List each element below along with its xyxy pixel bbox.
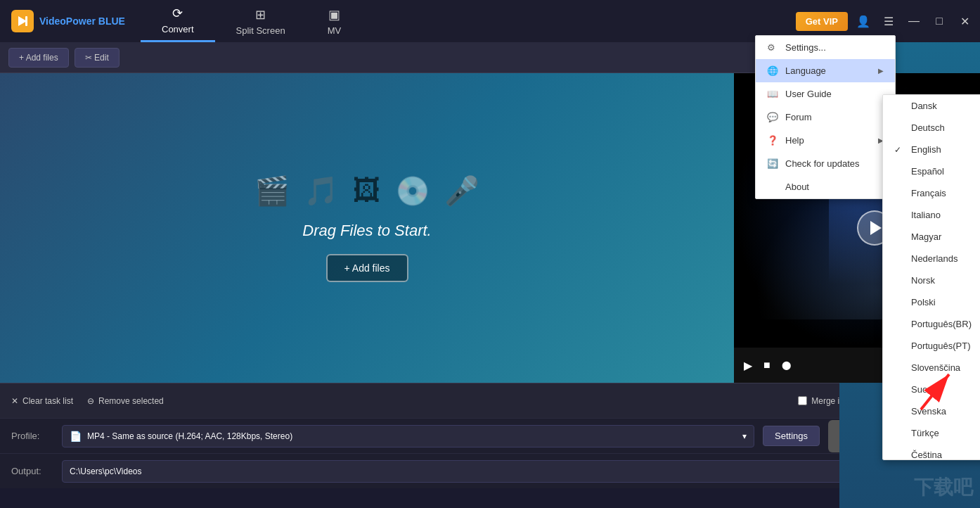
hamburger-menu-button[interactable]: ☰	[879, 11, 898, 31]
titlebar-controls: Get VIP 👤 ☰ — □ ✕	[796, 11, 980, 31]
light-effect	[829, 73, 885, 284]
output-path-display[interactable]: C:\Users\pc\Videos 📁	[62, 460, 914, 483]
profile-format-icon: 📄	[70, 431, 82, 442]
mv-tab-label: MV	[328, 25, 342, 36]
profile-value-container: 📄 MP4 - Same as source (H.264; AAC, 128K…	[70, 431, 292, 442]
output-path-value: C:\Users\pc\Videos	[70, 466, 142, 476]
maximize-button[interactable]: □	[929, 11, 949, 31]
profile-settings-button[interactable]: Settings	[763, 426, 820, 446]
profile-value: MP4 - Same as source (H.264; AAC, 128Kbp…	[87, 431, 292, 441]
output-label: Output:	[11, 466, 53, 476]
image-icon: 🖼	[353, 174, 381, 208]
output-bar: Output: C:\Users\pc\Videos 📁 Open	[0, 453, 980, 488]
convert-tab-icon: ⟳	[172, 6, 183, 21]
add-files-button[interactable]: + Add files	[8, 48, 69, 68]
remove-icon: ⊖	[87, 396, 94, 406]
task-bar: ✕ Clear task list ⊖ Remove selected Merg…	[0, 383, 980, 418]
drop-zone[interactable]: 🎬 🎵 🖼 💿 🎤 Drag Files to Start. + Add fil…	[0, 73, 734, 383]
mic-icon: 🎤	[444, 174, 479, 208]
app-logo: VideoPower BLUE	[0, 10, 141, 32]
add-files-dropzone-button[interactable]: + Add files	[326, 254, 408, 282]
film-icon: 🎬	[254, 174, 290, 208]
tab-mv[interactable]: ▣ MV	[307, 0, 363, 42]
video-canvas	[734, 73, 980, 348]
tab-convert[interactable]: ⟳ Convert	[141, 0, 215, 42]
splitscreen-tab-label: Split Screen	[236, 25, 285, 36]
app-name: VideoPower BLUE	[39, 15, 125, 27]
clear-icon: ✕	[11, 396, 18, 406]
minimize-button[interactable]: —	[904, 11, 924, 31]
video-preview: ▶ ■ ⬤ 00:00:00 / 00:00:00 🔊	[734, 73, 980, 383]
video-controls: ▶ ■ ⬤ 00:00:00 / 00:00:00 🔊	[734, 348, 980, 383]
user-icon-button[interactable]: 👤	[853, 11, 873, 31]
drop-zone-content: 🎬 🎵 🖼 💿 🎤 Drag Files to Start. + Add fil…	[254, 174, 479, 282]
convert-tab-label: Convert	[162, 24, 194, 34]
profile-dropdown-icon: ▾	[742, 431, 747, 441]
volume-button[interactable]: 🔊	[961, 360, 973, 371]
profile-label: Profile:	[11, 431, 53, 441]
close-button[interactable]: ✕	[955, 11, 974, 31]
mv-tab-icon: ▣	[328, 7, 340, 23]
play-ctrl-button[interactable]: ▶	[741, 356, 755, 375]
disc-icon: 💿	[395, 174, 430, 208]
play-triangle-icon	[870, 221, 882, 235]
clear-task-button[interactable]: ✕ Clear task list	[11, 396, 73, 406]
remove-selected-label: Remove selected	[98, 396, 164, 406]
app-icon	[11, 10, 34, 32]
snapshot-ctrl-button[interactable]: ⬤	[779, 357, 794, 373]
music-icon: 🎵	[304, 174, 339, 208]
app-name-part2: BLUE	[98, 15, 125, 27]
play-button[interactable]	[857, 210, 892, 246]
toolbar: + Add files ✂ Edit	[0, 42, 980, 73]
splitscreen-tab-icon: ⊞	[255, 7, 266, 23]
clear-task-label: Clear task list	[22, 396, 73, 406]
tab-splitscreen[interactable]: ⊞ Split Screen	[215, 0, 307, 42]
profile-bar: Profile: 📄 MP4 - Same as source (H.264; …	[0, 418, 980, 453]
title-bar: VideoPower BLUE ⟳ Convert ⊞ Split Screen…	[0, 0, 980, 42]
stop-ctrl-button[interactable]: ■	[761, 356, 773, 374]
main-content-area: 🎬 🎵 🖼 💿 🎤 Drag Files to Start. + Add fil…	[0, 73, 980, 383]
drag-text: Drag Files to Start.	[302, 222, 431, 240]
remove-selected-button[interactable]: ⊖ Remove selected	[87, 396, 164, 406]
edit-button[interactable]: ✂ Edit	[75, 48, 120, 68]
profile-select[interactable]: 📄 MP4 - Same as source (H.264; AAC, 128K…	[62, 425, 754, 447]
svg-rect-1	[25, 16, 27, 26]
drop-zone-icons: 🎬 🎵 🖼 💿 🎤	[254, 174, 479, 208]
time-display: 00:00:00 / 00:00:00	[799, 361, 955, 369]
merge-checkbox[interactable]	[798, 396, 807, 405]
app-name-part1: VideoPower	[39, 15, 96, 27]
get-vip-button[interactable]: Get VIP	[796, 12, 848, 31]
nav-tabs: ⟳ Convert ⊞ Split Screen ▣ MV	[141, 0, 796, 42]
